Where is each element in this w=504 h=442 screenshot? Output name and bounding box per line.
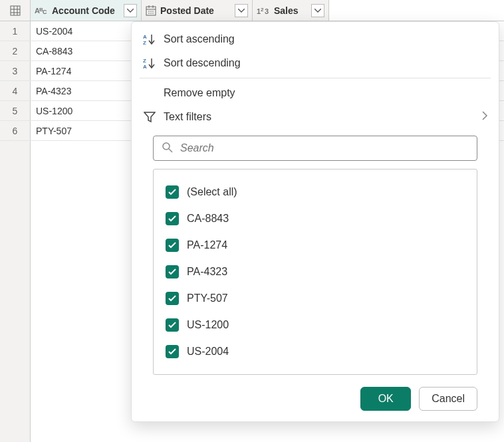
filter-icon (142, 111, 157, 123)
cell-account-code[interactable]: PTY-507 (31, 121, 142, 140)
sort-desc-icon: ZA (142, 57, 157, 69)
dialog-button-row: OK Cancel (132, 375, 499, 411)
svg-point-17 (152, 13, 154, 14)
column-header-posted-date[interactable]: Posted Date (142, 0, 253, 21)
column-label: Sales (273, 5, 309, 16)
filter-value-item[interactable]: US-2004 (166, 338, 465, 365)
svg-text:2: 2 (261, 7, 264, 13)
svg-line-28 (169, 149, 172, 152)
row-header-gutter (0, 141, 31, 442)
search-input[interactable] (180, 142, 469, 154)
date-type-icon (146, 5, 156, 16)
svg-text:C: C (43, 9, 47, 15)
svg-point-16 (150, 13, 152, 14)
text-type-icon: ABC (35, 6, 48, 15)
cell-account-code[interactable]: US-1200 (31, 101, 142, 120)
svg-text:Z: Z (143, 40, 146, 45)
number-type-icon: 123 (257, 6, 270, 15)
cell-account-code[interactable]: PA-1274 (31, 61, 142, 80)
filter-value-label: PA-4323 (187, 266, 227, 278)
filter-value-label: US-1200 (187, 319, 229, 331)
menu-label: Text filters (164, 111, 475, 123)
column-label: Posted Date (159, 5, 232, 16)
row-number: 5 (0, 101, 31, 120)
menu-label: Sort ascending (164, 33, 488, 45)
sort-asc-icon: AZ (142, 33, 157, 45)
row-number: 4 (0, 81, 31, 100)
ok-button[interactable]: OK (360, 387, 411, 411)
filter-value-label: PTY-507 (187, 292, 228, 304)
row-number: 6 (0, 121, 31, 140)
checkbox-checked-icon[interactable] (166, 239, 179, 252)
row-number: 3 (0, 61, 31, 80)
sort-ascending-menu-item[interactable]: AZ Sort ascending (132, 27, 499, 51)
checkbox-checked-icon[interactable] (166, 292, 179, 305)
cell-account-code[interactable]: US-2004 (31, 21, 142, 41)
filter-value-label: PA-1274 (187, 239, 227, 251)
search-icon (162, 142, 174, 156)
svg-rect-0 (11, 6, 20, 15)
column-header-account-code[interactable]: ABC Account Code (31, 0, 142, 21)
column-label: Account Code (51, 5, 121, 16)
chevron-down-icon (127, 9, 134, 13)
menu-label: Sort descending (164, 57, 488, 69)
filter-value-label: CA-8843 (187, 213, 229, 225)
column-filter-button[interactable] (311, 4, 324, 17)
chevron-down-icon (238, 9, 245, 13)
column-header-sales[interactable]: 123 Sales (253, 0, 329, 21)
svg-point-12 (148, 11, 150, 12)
filter-search-box[interactable] (153, 136, 477, 161)
svg-point-27 (163, 143, 170, 150)
row-number: 1 (0, 21, 31, 41)
menu-divider (140, 78, 491, 78)
filter-value-item[interactable]: US-1200 (166, 312, 465, 338)
remove-empty-menu-item[interactable]: Remove empty (132, 81, 499, 105)
checkbox-checked-icon[interactable] (166, 265, 179, 278)
svg-point-15 (148, 13, 150, 14)
svg-point-14 (152, 11, 154, 12)
svg-text:3: 3 (265, 7, 269, 15)
cell-account-code[interactable]: PA-4323 (31, 81, 142, 100)
checkbox-checked-icon[interactable] (166, 345, 179, 358)
column-filter-popup: AZ Sort ascending ZA Sort descending Rem… (131, 21, 499, 422)
column-filter-button[interactable] (124, 4, 137, 17)
chevron-down-icon (315, 9, 321, 13)
svg-text:Z: Z (143, 58, 146, 64)
column-filter-button[interactable] (235, 4, 248, 17)
table-corner[interactable] (0, 0, 31, 21)
filter-value-item[interactable]: PA-4323 (166, 259, 465, 285)
table-icon (10, 5, 21, 16)
checkbox-checked-icon[interactable] (166, 185, 179, 199)
svg-text:A: A (143, 34, 147, 40)
svg-point-13 (150, 11, 152, 12)
text-filters-menu-item[interactable]: Text filters (132, 105, 499, 129)
filter-value-item[interactable]: CA-8843 (166, 205, 465, 232)
menu-label: Remove empty (164, 87, 488, 99)
cancel-button[interactable]: Cancel (419, 387, 477, 411)
row-number: 2 (0, 41, 31, 60)
cell-account-code[interactable]: CA-8843 (31, 41, 142, 60)
filter-value-item[interactable]: PA-1274 (166, 232, 465, 259)
svg-text:A: A (143, 64, 147, 69)
filter-value-select-all[interactable]: (Select all) (166, 179, 465, 205)
checkbox-checked-icon[interactable] (166, 318, 179, 332)
filter-value-label: (Select all) (187, 186, 237, 198)
filter-value-label: US-2004 (187, 346, 229, 358)
sort-descending-menu-item[interactable]: ZA Sort descending (132, 51, 499, 75)
checkbox-checked-icon[interactable] (166, 212, 179, 225)
column-header-row: ABC Account Code Posted Date 123 Sales (0, 0, 504, 21)
filter-value-list: (Select all) CA-8843 PA-1274 PA-4323 PTY… (153, 169, 477, 375)
chevron-right-icon (481, 111, 488, 123)
filter-value-item[interactable]: PTY-507 (166, 285, 465, 312)
